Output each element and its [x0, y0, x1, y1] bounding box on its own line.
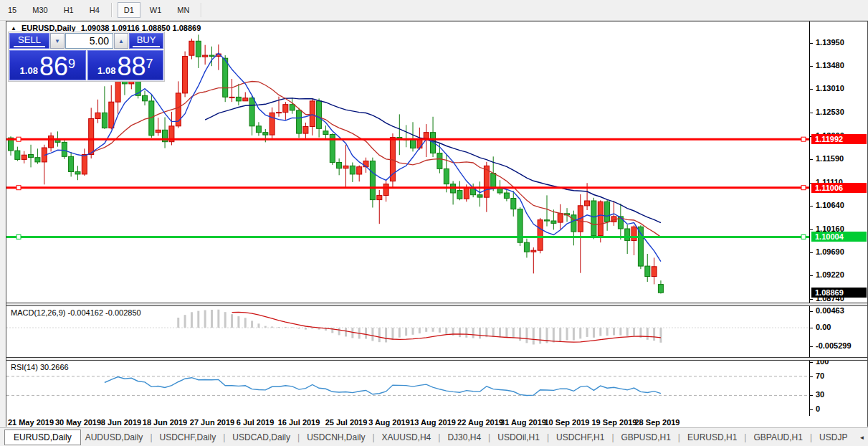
- rsi-chart[interactable]: [6, 361, 809, 416]
- chart-tab-usdchf-h1[interactable]: USDCHF,H1: [552, 430, 609, 445]
- axis-tick: [810, 409, 813, 410]
- chevron-down-icon: ▼: [54, 38, 60, 44]
- chart-tab-bar: EURUSD,DailyAUDUSD,Daily|USDCHF,Daily|US…: [0, 427, 868, 446]
- timeframe-button-d1[interactable]: D1: [118, 2, 140, 18]
- timeframe-button-w1[interactable]: W1: [143, 2, 168, 18]
- buy-button[interactable]: BUY: [129, 33, 163, 49]
- date-tick-label: 8 Jun 2019: [101, 418, 141, 427]
- axis-tick: [810, 395, 813, 396]
- chart-tab-eurusd-h1[interactable]: EURUSD,H1: [683, 430, 741, 445]
- tab-separator: |: [611, 432, 614, 442]
- chart-tab-usdjp[interactable]: USDJP: [815, 430, 852, 445]
- tab-separator: |: [488, 432, 490, 442]
- chart-tab-xauusd-h4[interactable]: XAUUSD,H4: [378, 430, 436, 445]
- price-tick-label: 1.09690: [816, 247, 844, 256]
- sell-price-display[interactable]: 1.08 86 9: [9, 50, 86, 80]
- chart-tab-usdcnh-daily[interactable]: USDCNH,Daily: [302, 430, 369, 445]
- buy-button-label: BUY: [133, 34, 161, 47]
- date-tick-label: 16 Jul 2019: [278, 418, 320, 427]
- price-axis: 1.139501.134801.130101.125301.120601.115…: [809, 22, 867, 303]
- tab-separator: |: [678, 432, 680, 442]
- date-tick-label: 10 Sep 2019: [545, 418, 590, 427]
- price-line-label: 1.11992: [811, 134, 867, 144]
- price-tick-label: 1.11590: [816, 154, 844, 163]
- chart-tab-gbpusd-h1[interactable]: GBPUSD,H1: [617, 430, 675, 445]
- axis-tick: [810, 252, 813, 253]
- date-tick-label: 28 Sep 2019: [635, 418, 680, 427]
- volume-input[interactable]: [65, 33, 113, 49]
- buy-price-main: 88: [117, 54, 146, 78]
- chart-tab-gbpaud-h1[interactable]: GBPAUD,H1: [749, 430, 806, 445]
- tab-separator: |: [547, 432, 549, 442]
- current-price-label: 1.08869: [811, 288, 867, 298]
- chart-window[interactable]: ▲ EURUSD,Daily 1.09038 1.09116 1.08850 1…: [6, 21, 868, 427]
- date-tick-label: 22 Aug 2019: [457, 418, 503, 427]
- chart-tab-usdchf-daily[interactable]: USDCHF,Daily: [156, 430, 221, 445]
- tab-separator: |: [223, 432, 225, 442]
- axis-tick: [810, 346, 813, 347]
- timeframe-button-15[interactable]: 15: [1, 2, 23, 18]
- timeframe-button-m30[interactable]: M30: [26, 2, 54, 18]
- axis-tick: [810, 376, 813, 377]
- price-tick-label: 1.13010: [816, 84, 844, 92]
- sell-big-figure: 1.08: [20, 64, 38, 78]
- axis-tick: [810, 362, 813, 363]
- line-handle: [16, 234, 21, 239]
- tab-separator: |: [810, 432, 812, 442]
- horizontal-price-line[interactable]: [6, 234, 809, 239]
- collapse-icon[interactable]: ▲: [11, 25, 16, 32]
- timeframe-button-h4[interactable]: H4: [83, 2, 106, 18]
- timeframe-button-mn[interactable]: MN: [171, 2, 196, 18]
- chart-tab-usdoil-h1[interactable]: USDOil,H1: [493, 430, 544, 445]
- macd-axis: 0.004630.00-0.005299: [809, 306, 867, 357]
- rsi-axis: 10070300: [809, 361, 867, 416]
- rsi-tick-label: 0: [816, 404, 820, 413]
- tab-separator: |: [372, 432, 374, 442]
- rsi-indicator-panel[interactable]: RSI(14) 30.2666 10070300: [6, 361, 867, 416]
- date-tick-label: 30 May 2019: [55, 418, 101, 427]
- price-tick-label: 1.13950: [816, 38, 844, 47]
- sell-price-main: 86: [39, 54, 68, 78]
- tab-separator: |: [438, 432, 440, 442]
- date-tick-label: 27 Jun 2019: [190, 418, 234, 427]
- rsi-tick-label: 100: [816, 361, 829, 366]
- volume-decrease-button[interactable]: ▼: [50, 33, 65, 49]
- toolbar-separator: [111, 3, 113, 17]
- horizontal-price-line[interactable]: [6, 186, 809, 190]
- one-click-trading-panel: SELL ▼ ▲ BUY 1.08 86: [8, 32, 165, 82]
- date-tick-label: 31 Aug 2019: [500, 418, 546, 427]
- volume-increase-button[interactable]: ▲: [114, 33, 128, 49]
- timeframe-button-h1[interactable]: H1: [57, 2, 80, 18]
- macd-tick-label: 0.00: [816, 323, 831, 331]
- price-tick-label: 1.09220: [816, 270, 844, 279]
- axis-tick: [810, 89, 813, 90]
- sell-button[interactable]: SELL: [9, 33, 49, 49]
- rsi-label: RSI(14) 30.2666: [11, 363, 69, 371]
- line-handle: [16, 186, 21, 190]
- chart-tab-dj30-h4[interactable]: DJ30,H4: [443, 430, 485, 445]
- axis-tick: [810, 113, 813, 113]
- sell-button-label: SELL: [14, 34, 45, 47]
- sell-price-pip: 9: [68, 60, 75, 68]
- macd-indicator-panel[interactable]: MACD(12,26,9) -0.004162 -0.002850 0.0046…: [6, 306, 867, 357]
- buy-price-display[interactable]: 1.08 88 7: [87, 50, 164, 80]
- buy-price-pip: 7: [146, 60, 153, 68]
- price-chart-panel[interactable]: ▲ EURUSD,Daily 1.09038 1.09116 1.08850 1…: [6, 22, 867, 303]
- axis-tick: [810, 159, 813, 160]
- macd-label: MACD(12,26,9) -0.004162 -0.002850: [11, 308, 141, 317]
- axis-tick: [810, 229, 813, 230]
- chart-tab-usdcad-daily[interactable]: USDCAD,Daily: [228, 430, 295, 445]
- price-line-label: 1.10004: [811, 232, 867, 242]
- tab-separator: |: [744, 432, 746, 442]
- line-handle: [801, 137, 806, 141]
- horizontal-price-line[interactable]: [6, 137, 809, 141]
- axis-tick: [810, 311, 813, 312]
- line-handle: [16, 137, 21, 141]
- timeframe-toolbar: 15M30H1H4D1W1MN: [0, 0, 868, 21]
- chart-tab-eurusd-daily[interactable]: EURUSD,Daily: [4, 430, 81, 445]
- tab-scroll-left-icon[interactable]: ◄: [859, 435, 864, 441]
- chart-tab-audusd-daily[interactable]: AUDUSD,Daily: [81, 430, 148, 445]
- price-tick-label: 1.13480: [816, 61, 844, 70]
- price-tick-label: 1.10640: [816, 201, 844, 209]
- date-tick-label: 13 Aug 2019: [410, 418, 456, 427]
